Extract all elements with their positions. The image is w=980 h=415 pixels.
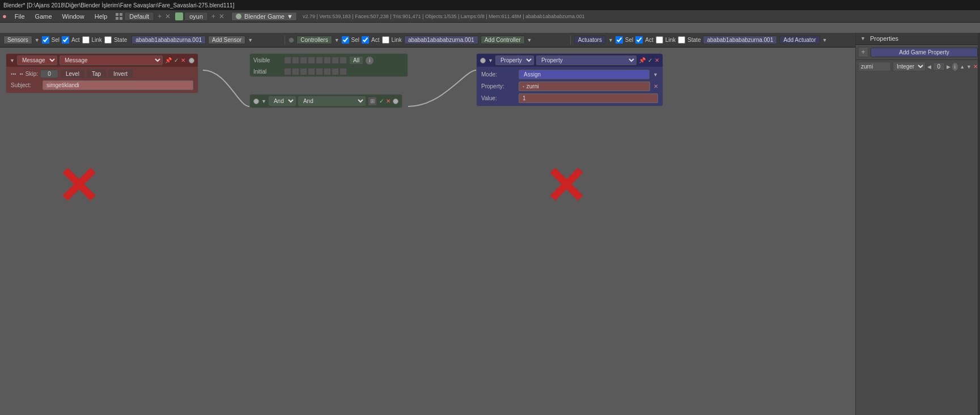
sensor-block: ▼ Message Message 📌 ✓ ✕ ••• •• S xyxy=(6,53,198,93)
sensors-state-label: State xyxy=(114,37,127,43)
act-type-dropdown[interactable]: Property xyxy=(495,55,534,65)
property-label: Property: xyxy=(481,83,515,89)
prop-value-display[interactable]: 0 xyxy=(933,62,945,71)
sensor-name-dropdown[interactable]: Message xyxy=(60,55,163,65)
subject-value[interactable]: simgetiklandi xyxy=(43,80,193,90)
act-close-btn[interactable]: ✕ xyxy=(655,57,659,63)
invert-btn[interactable]: Invert xyxy=(108,70,133,78)
grid-cell xyxy=(308,57,315,64)
engine-icon xyxy=(235,13,242,20)
workspace-label[interactable]: oyun xyxy=(184,12,208,21)
sensors-state-check[interactable] xyxy=(104,36,112,44)
x-icon2[interactable]: ✕ xyxy=(219,12,224,20)
prop-right-arr[interactable]: ▶ xyxy=(947,64,951,70)
dropdown-arrow: ▼ xyxy=(287,13,293,20)
sensors-act-check[interactable] xyxy=(62,36,69,44)
act-pin-icon[interactable]: 📌 xyxy=(639,57,646,63)
and-left-connector xyxy=(253,99,259,104)
act-name-dropdown[interactable]: Property xyxy=(536,55,637,65)
and-icon1[interactable]: ⊞ xyxy=(368,97,377,106)
add-prop-plus-btn[interactable]: + xyxy=(858,47,868,57)
plus-icon[interactable]: + xyxy=(158,12,162,20)
layout-label[interactable]: Default xyxy=(124,12,154,21)
property-value[interactable]: zurni xyxy=(527,83,539,89)
sensor-pin-icon[interactable]: 📌 xyxy=(165,57,172,63)
and-check[interactable]: ✓ xyxy=(379,98,384,104)
prop-type-select[interactable]: Integer xyxy=(893,62,926,71)
panel-resize-handle[interactable] xyxy=(978,33,980,415)
actuators-header: Actuators ▼ Sel Act Link State ababab1ab… xyxy=(574,36,852,44)
act-sel-check[interactable] xyxy=(616,36,623,44)
red-x-left: ✕ xyxy=(57,161,99,212)
mode-arrow: ▼ xyxy=(653,72,658,78)
ctrl-sel-check[interactable] xyxy=(342,36,349,44)
and-type-dropdown[interactable]: And xyxy=(269,96,296,106)
level-btn[interactable]: Level xyxy=(61,70,84,78)
sensor-check-icon[interactable]: ✓ xyxy=(174,57,179,63)
mode-value[interactable]: Assign xyxy=(519,70,650,79)
visible-grid xyxy=(284,57,347,64)
sensors-object[interactable]: ababab1abababzurna.001 xyxy=(131,36,206,44)
prop-left-arr[interactable]: ◀ xyxy=(927,64,931,70)
act-link-check[interactable] xyxy=(656,36,663,44)
grid-cell xyxy=(316,57,323,64)
visible-label: Visible xyxy=(253,57,282,63)
prop-info-icon[interactable]: i xyxy=(952,63,958,71)
act-state-check[interactable] xyxy=(678,36,685,44)
sensor-type-dropdown[interactable]: Message xyxy=(17,55,57,65)
plus-icon2[interactable]: + xyxy=(211,12,215,20)
ctrl-object[interactable]: ababab1abababzurna.001 xyxy=(404,36,478,44)
and-collapse-arrow[interactable]: ▼ xyxy=(261,99,266,104)
menu-window[interactable]: Window xyxy=(58,12,89,21)
mode-label: Mode: xyxy=(481,71,515,78)
sensor-close-btn[interactable]: ✕ xyxy=(181,57,185,63)
add-sensor-btn[interactable]: Add Sensor xyxy=(208,36,245,44)
sensors-label[interactable]: Sensors xyxy=(3,36,32,44)
menu-game[interactable]: Game xyxy=(31,12,57,21)
x-icon[interactable]: ✕ xyxy=(165,12,171,20)
add-actuator-btn[interactable]: Add Actuator xyxy=(779,36,820,44)
menu-bar: ● File Game Window Help Default + ✕ oyun… xyxy=(0,10,980,23)
act-check-icon[interactable]: ✓ xyxy=(648,57,652,63)
sensor-dots2: •• xyxy=(19,71,23,77)
act-object[interactable]: ababab1abababzurna.001 xyxy=(703,36,777,44)
act-collapse-arrow[interactable]: ▼ xyxy=(488,58,493,63)
and-name-dropdown[interactable]: And xyxy=(298,96,366,106)
prop-name-input[interactable] xyxy=(858,62,891,71)
ctrl-visible-row: Visible All i xyxy=(250,54,408,67)
act-act-label: Act xyxy=(645,37,653,43)
property-clear-btn[interactable]: ✕ xyxy=(654,83,658,89)
add-controller-btn[interactable]: Add Controller xyxy=(481,36,525,44)
prop-close-btn[interactable]: ✕ xyxy=(973,63,978,70)
ctrl-act-check[interactable] xyxy=(362,36,369,44)
info-icon[interactable]: i xyxy=(366,57,374,65)
ctrl-link-check[interactable] xyxy=(382,36,389,44)
act-state-label: State xyxy=(688,37,701,43)
prop-down-arr[interactable]: ▼ xyxy=(966,64,971,70)
actuator-block-body: Mode: Assign ▼ Property: • zurni ✕ Value… xyxy=(477,67,663,106)
value-input[interactable]: 1 xyxy=(519,93,658,103)
property-entry-row: Integer ◀ 0 ▶ i ▲ ▼ ✕ xyxy=(856,60,980,73)
act-act-check[interactable] xyxy=(635,36,643,44)
tap-btn[interactable]: Tap xyxy=(87,70,106,78)
and-close[interactable]: ✕ xyxy=(386,98,391,104)
add-game-property-btn[interactable]: Add Game Property xyxy=(871,48,978,57)
properties-collapse[interactable]: ▼ xyxy=(860,36,866,41)
all-btn[interactable]: All xyxy=(349,56,363,65)
prop-up-arr[interactable]: ▲ xyxy=(960,64,965,70)
sensor-collapse-arrow[interactable]: ▼ xyxy=(10,58,15,63)
engine-dropdown[interactable]: Blender Game ▼ xyxy=(231,12,297,21)
window-title: Blender* [D:\Ajans 2018\Diğer\Blender İş… xyxy=(3,2,234,8)
grid-cell xyxy=(284,68,291,75)
menu-help[interactable]: Help xyxy=(90,12,112,21)
skip-value[interactable]: 0 xyxy=(40,70,58,78)
mode-row: Mode: Assign ▼ xyxy=(481,70,658,79)
blender-icon[interactable]: ● xyxy=(2,12,7,20)
act-left-connector xyxy=(480,58,486,63)
sensors-link-check[interactable] xyxy=(82,36,90,44)
controllers-label[interactable]: Controllers xyxy=(296,36,332,44)
sensors-sel-check[interactable] xyxy=(42,36,49,44)
actuators-label[interactable]: Actuators xyxy=(574,36,606,44)
value-label: Value: xyxy=(481,95,515,101)
menu-file[interactable]: File xyxy=(10,12,29,21)
